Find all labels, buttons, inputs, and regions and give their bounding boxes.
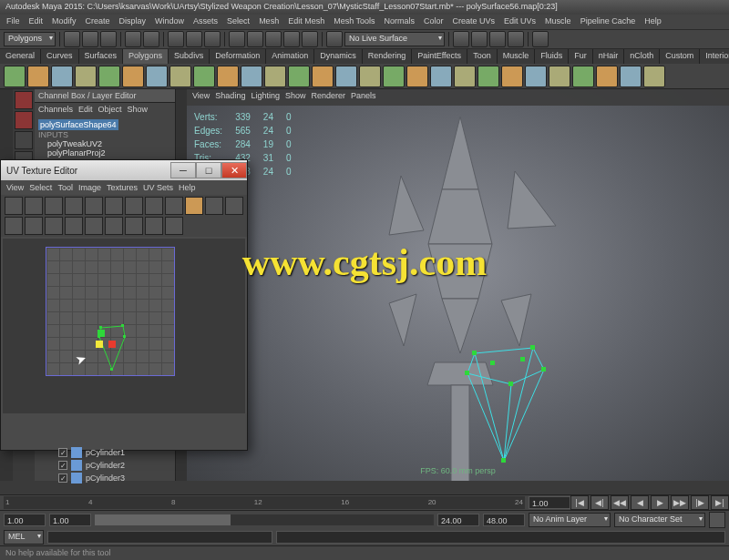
uv-snapshot-icon[interactable] (5, 197, 23, 215)
menu-display[interactable]: Display (117, 16, 149, 27)
menu-create-uvs[interactable]: Create UVs (450, 16, 498, 27)
new-scene-icon[interactable] (64, 31, 80, 47)
menu-color[interactable]: Color (421, 16, 447, 27)
channel-input-item[interactable]: polyPlanarProj2 (47, 148, 171, 158)
live-surface-dropdown[interactable]: No Live Surface (344, 32, 445, 46)
menu-pipeline-cache[interactable]: Pipeline Cache (578, 16, 639, 27)
channel-tab-object[interactable]: Object (98, 105, 122, 114)
lasso-icon[interactable] (186, 31, 202, 47)
time-slider[interactable]: 1 4 8 12 16 20 24 1.00 |◀ ◀| ◀◀ ◀ ▶ ▶▶ |… (0, 494, 729, 511)
uv-wire-icon[interactable] (65, 217, 83, 235)
go-start-button[interactable]: |◀ (570, 495, 589, 510)
open-scene-icon[interactable] (82, 31, 98, 47)
uv-rotate-ccw-icon[interactable] (65, 197, 83, 215)
uv-image-icon[interactable] (225, 197, 243, 215)
go-end-button[interactable]: ▶| (711, 495, 729, 510)
menu-assets[interactable]: Assets (190, 16, 221, 27)
shelf-tab-interior[interactable]: Interior (700, 49, 729, 64)
ipr-render-icon[interactable] (489, 31, 506, 47)
shelf-tab-nhair[interactable]: nHair (593, 49, 625, 64)
uv-menu-textures[interactable]: Textures (107, 183, 138, 192)
render-settings-icon[interactable] (508, 31, 524, 47)
vp-menu-renderer[interactable]: Renderer (311, 91, 345, 104)
uv-editor-titlebar[interactable]: UV Texture Editor ─ □ ✕ (1, 160, 247, 180)
menu-help[interactable]: Help (642, 16, 664, 27)
shelf-harden-icon[interactable] (620, 66, 642, 87)
shelf-split-icon[interactable] (549, 66, 570, 87)
channel-selection[interactable]: polySurfaceShape64 (38, 119, 118, 130)
close-button[interactable]: ✕ (221, 162, 247, 178)
channel-input-item[interactable]: polyTweakUV2 (47, 139, 171, 148)
uv-sew-icon[interactable] (125, 197, 143, 215)
menu-edit-uvs[interactable]: Edit UVs (501, 16, 539, 27)
shelf-tab-rendering[interactable]: Rendering (363, 49, 413, 64)
menu-edit-mesh[interactable]: Edit Mesh (285, 16, 327, 27)
visibility-checkbox[interactable]: ✓ (58, 448, 67, 457)
vp-menu-lighting[interactable]: Lighting (251, 91, 280, 104)
redo-icon[interactable] (143, 31, 159, 47)
snap-plane-icon[interactable] (283, 31, 300, 47)
uv-menu-tool[interactable]: Tool (57, 183, 73, 192)
shelf-tab-animation[interactable]: Animation (266, 49, 314, 64)
shelf-collapse-icon[interactable] (525, 66, 547, 87)
anim-layer-dropdown[interactable]: No Anim Layer (529, 513, 611, 527)
vp-menu-panels[interactable]: Panels (351, 91, 376, 104)
select-icon[interactable] (168, 31, 184, 47)
shelf-tab-curves[interactable]: Curves (41, 49, 79, 64)
prev-key-button[interactable]: ◀◀ (611, 495, 629, 510)
channel-tab-channels[interactable]: Channels (38, 105, 73, 114)
uv-grid-icon[interactable] (205, 197, 223, 215)
shelf-extrude-icon[interactable] (477, 66, 499, 87)
uv-paste-icon[interactable] (145, 217, 163, 235)
shelf-platonic-icon[interactable] (264, 66, 286, 87)
menu-normals[interactable]: Normals (382, 16, 418, 27)
shelf-insert-loop-icon[interactable] (572, 66, 594, 87)
mode-selector[interactable]: Polygons (4, 32, 56, 46)
current-frame-field[interactable]: 1.00 (529, 496, 570, 509)
shelf-tab-deformation[interactable]: Deformation (210, 49, 266, 64)
shelf-delete-edge-icon[interactable] (596, 66, 618, 87)
uv-move-sew-icon[interactable] (145, 197, 163, 215)
manip-y-handle[interactable] (98, 330, 105, 337)
viewport[interactable]: View Shading Lighting Show Renderer Pane… (187, 89, 729, 481)
shelf-tab-toon[interactable]: Toon (467, 49, 498, 64)
uv-menu-select[interactable]: Select (29, 183, 52, 192)
range-start-outer[interactable]: 1.00 (4, 514, 46, 526)
play-forward-button[interactable]: ▶ (651, 495, 669, 510)
uv-layout-icon[interactable] (165, 197, 183, 215)
uv-unfold-icon[interactable] (185, 197, 203, 215)
character-set-dropdown[interactable]: No Character Set (614, 513, 705, 527)
shelf-soften-icon[interactable] (643, 66, 665, 87)
menu-mesh-tools[interactable]: Mesh Tools (331, 16, 377, 27)
menu-create[interactable]: Create (83, 16, 113, 27)
range-end-outer[interactable]: 48.00 (483, 514, 525, 526)
step-back-button[interactable]: ◀| (590, 495, 609, 510)
outliner-item[interactable]: ✓ pCylinder1 (58, 446, 195, 459)
uv-isolate-icon[interactable] (45, 217, 63, 235)
uv-flip-u-icon[interactable] (25, 197, 43, 215)
xray-icon[interactable] (532, 31, 549, 47)
uv-texture-editor-window[interactable]: UV Texture Editor ─ □ ✕ View Select Tool… (0, 159, 248, 451)
uv-menu-help[interactable]: Help (179, 183, 196, 192)
autokey-icon[interactable] (709, 512, 725, 528)
uv-menu-uvsets[interactable]: UV Sets (143, 183, 173, 192)
shelf-plane-icon[interactable] (98, 66, 120, 87)
channel-tab-edit[interactable]: Edit (78, 105, 93, 114)
shelf-extract-icon[interactable] (359, 66, 381, 87)
vp-menu-view[interactable]: View (192, 91, 210, 104)
shelf-torus-icon[interactable] (122, 66, 144, 87)
play-back-button[interactable]: ◀ (631, 495, 649, 510)
maximize-button[interactable]: □ (196, 162, 221, 178)
shelf-tab-painteffects[interactable]: PaintEffects (412, 49, 467, 64)
menu-edit[interactable]: Edit (26, 16, 46, 27)
uv-flip-v-icon[interactable] (45, 197, 63, 215)
undo-icon[interactable] (125, 31, 141, 47)
shelf-cylinder-icon[interactable] (51, 66, 73, 87)
shelf-smooth-icon[interactable] (383, 66, 405, 87)
snap-curve-icon[interactable] (247, 31, 263, 47)
shelf-cube-icon[interactable] (27, 66, 49, 87)
outliner-item[interactable]: ✓ pCylinder3 (58, 472, 195, 484)
select-tool-icon[interactable] (15, 91, 33, 109)
vp-menu-show[interactable]: Show (285, 91, 306, 104)
shelf-tab-muscle[interactable]: Muscle (498, 49, 536, 64)
